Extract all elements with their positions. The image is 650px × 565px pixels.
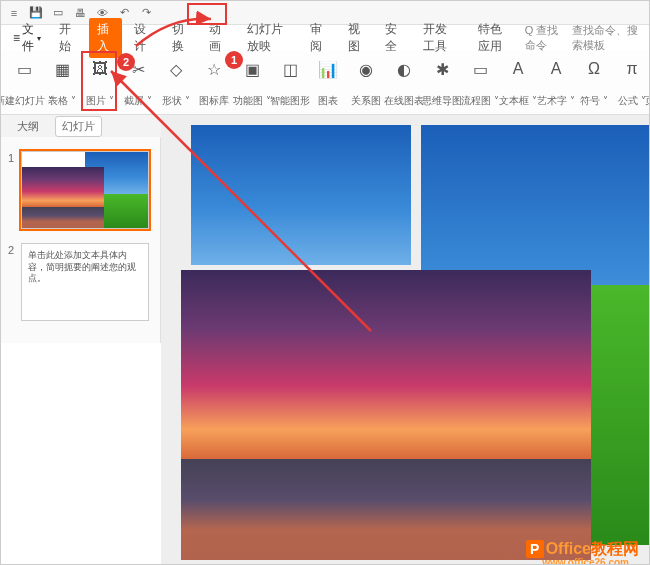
ribbon-flow[interactable]: ▭流程图 ˅ [463, 55, 497, 110]
thumbnail-2[interactable]: 2 单击此处添加文本具体内容，简明扼要的阐述您的观点。 [21, 243, 149, 321]
chart-icon: 📊 [316, 57, 340, 81]
ribbon-onlinechart[interactable]: ◐在线图表 [387, 55, 421, 110]
search-placeholder: 查找命令、搜索模板 [572, 23, 643, 53]
gallery-icon: ▣ [240, 57, 264, 81]
ribbon-new-slide[interactable]: ▭新建幻灯片 ˅ [7, 55, 41, 110]
search-area[interactable]: Q 查找命令 查找命令、搜索模板 [525, 23, 643, 53]
slide-panel: 1 2 单击此处添加文本具体内容，简明扼要的阐述您的观点。 [1, 137, 161, 343]
ribbon-equation[interactable]: π公式 ˅ [615, 55, 649, 110]
thumbnail-1[interactable]: 1 [21, 151, 149, 229]
menu-icon[interactable]: ≡ [7, 6, 21, 20]
equation-label: 公式 ˅ [618, 94, 646, 108]
thumb-num-1: 1 [8, 152, 14, 164]
shapes-icon: ◇ [164, 57, 188, 81]
flow-label: 流程图 ˅ [461, 94, 499, 108]
ribbon-mindmap[interactable]: ✱思维导图 [425, 55, 459, 110]
relation-label: 关系图 [351, 94, 381, 108]
textbox-icon: A [506, 57, 530, 81]
image-sky-1[interactable] [191, 125, 411, 265]
save-icon[interactable]: 💾 [29, 6, 43, 20]
file-label: 文件 [22, 21, 35, 55]
iconlib-icon: ☆ [202, 57, 226, 81]
chart-label: 图表 [318, 94, 338, 108]
textbox-label: 文本框 ˅ [499, 94, 537, 108]
ribbon-table[interactable]: ▦表格 ˅ [45, 55, 79, 110]
thumb-num-2: 2 [8, 244, 14, 256]
image-grass[interactable] [591, 285, 649, 545]
smartart-icon: ◫ [278, 57, 302, 81]
ribbon-smartart[interactable]: ◫智能图形 [273, 55, 307, 110]
thumb-2-placeholder: 单击此处添加文本具体内容，简明扼要的阐述您的观点。 [22, 244, 148, 291]
watermark-logo-icon: P [526, 540, 544, 558]
symbol-icon: Ω [582, 57, 606, 81]
watermark: POffice教程网 www.office26.com [526, 539, 639, 560]
wordart-label: 艺术字 ˅ [537, 94, 575, 108]
screenshot-label: 截屏 ˅ [124, 94, 152, 108]
workspace: 大纲 幻灯片 1 2 单击此处添加文本具体内容，简明扼要的阐述您的观点。 [1, 115, 649, 564]
onlinechart-label: 在线图表 [384, 94, 424, 108]
mindmap-icon: ✱ [430, 57, 454, 81]
highlight-image-button [81, 51, 117, 111]
headerfooter-label: 页眉和页脚 [645, 94, 650, 108]
image-sunset[interactable] [181, 270, 591, 560]
symbol-label: 符号 ˅ [580, 94, 608, 108]
slide-canvas[interactable] [161, 115, 649, 564]
ribbon-textbox[interactable]: A文本框 ˅ [501, 55, 535, 110]
tab-special[interactable]: 特色应用 [470, 18, 521, 58]
gallery-label: 功能图 ˅ [233, 94, 271, 108]
view-tab-slides[interactable]: 幻灯片 [55, 116, 102, 137]
view-tab-outline[interactable]: 大纲 [11, 117, 45, 136]
ribbon-wordart[interactable]: A艺术字 ˅ [539, 55, 573, 110]
marker-1: 1 [225, 51, 243, 69]
wordart-icon: A [544, 57, 568, 81]
highlight-insert-tab [187, 3, 227, 25]
tab-review[interactable]: 审阅 [302, 18, 335, 58]
ribbon-chart[interactable]: 📊图表 [311, 55, 345, 110]
smartart-label: 智能图形 [270, 94, 310, 108]
shapes-label: 形状 ˅ [162, 94, 190, 108]
mindmap-label: 思维导图 [422, 94, 462, 108]
flow-icon: ▭ [468, 57, 492, 81]
tab-design[interactable]: 设计 [126, 18, 159, 58]
ribbon-shapes[interactable]: ◇形状 ˅ [159, 55, 193, 110]
file-menu[interactable]: ≡文件▾ [7, 19, 47, 57]
tab-home[interactable]: 开始 [51, 18, 84, 58]
onlinechart-icon: ◐ [392, 57, 416, 81]
ribbon-symbol[interactable]: Ω符号 ˅ [577, 55, 611, 110]
tab-devtools[interactable]: 开发工具 [415, 18, 466, 58]
view-tabs: 大纲 幻灯片 [1, 115, 161, 137]
iconlib-label: 图标库 [199, 94, 229, 108]
tab-slideshow[interactable]: 幻灯片放映 [239, 18, 299, 58]
watermark-url: www.office26.com [542, 557, 629, 565]
relation-icon: ◉ [354, 57, 378, 81]
marker-2: 2 [117, 53, 135, 71]
search-label: Q 查找命令 [525, 23, 565, 53]
table-icon: ▦ [50, 57, 74, 81]
equation-icon: π [620, 57, 644, 81]
new-slide-icon: ▭ [12, 57, 36, 81]
table-label: 表格 ˅ [48, 94, 76, 108]
ribbon-relation[interactable]: ◉关系图 [349, 55, 383, 110]
tab-security[interactable]: 安全 [377, 18, 410, 58]
tab-bar: ≡文件▾ 开始 插入 设计 切换 动画 幻灯片放映 审阅 视图 安全 开发工具 … [1, 25, 649, 51]
tab-view[interactable]: 视图 [340, 18, 373, 58]
